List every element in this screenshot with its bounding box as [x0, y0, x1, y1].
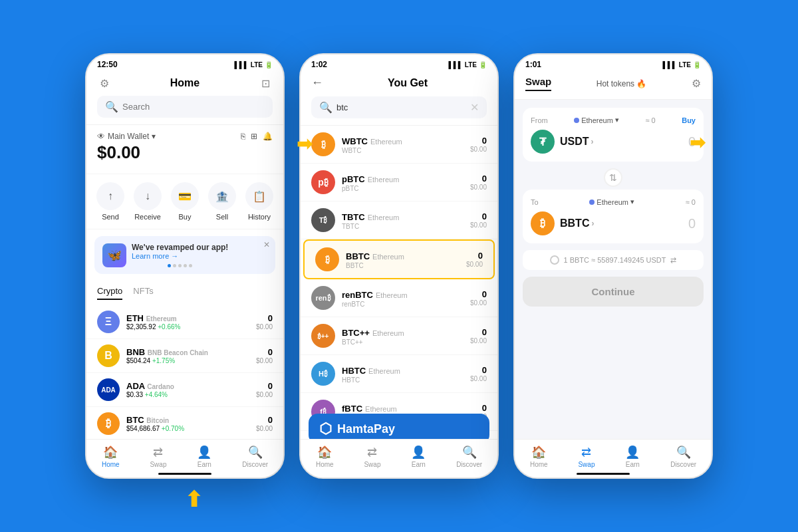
- tbtc-name: TBTC: [342, 212, 365, 222]
- swap-tab[interactable]: Swap: [525, 76, 551, 91]
- receive-button[interactable]: ↓ Receive: [134, 182, 162, 221]
- from-token-row: ₮ USDT › 0: [531, 130, 696, 154]
- nav-swap-3[interactable]: ⇄ Swap: [578, 445, 595, 468]
- time-1: 12:50: [97, 60, 118, 69]
- tab-nfts[interactable]: NFTs: [133, 286, 153, 300]
- hbtc-balance: 0 $0.00: [470, 365, 487, 382]
- settings-icon[interactable]: ⚙: [97, 76, 112, 90]
- to-chain-badge[interactable]: Ethereum ▾: [589, 198, 634, 206]
- history-button[interactable]: 📋 History: [245, 182, 273, 221]
- discover-nav-icon-2: 🔍: [462, 445, 477, 460]
- earn-nav-icon-2: 👤: [411, 445, 426, 460]
- wbtc-name: WBTC: [342, 136, 368, 146]
- earn-nav-label-1: Earn: [198, 461, 211, 468]
- swap-rate: 1 BBTC ≈ 55897.149245 USDT ⇄: [523, 250, 704, 270]
- from-chain-badge[interactable]: Ethereum ▾: [574, 116, 619, 124]
- to-label: To: [531, 198, 539, 206]
- swap-nav-label-1: Swap: [150, 461, 166, 468]
- renbtc-info: renBTCEthereum renBTC: [342, 289, 464, 308]
- nav-earn-3[interactable]: 👤 Earn: [625, 445, 640, 468]
- token-btcpp[interactable]: ₿++ BTC++Ethereum BTC++ 0 $0.00: [301, 317, 497, 355]
- eth-icon: Ξ: [97, 311, 120, 333]
- nav-earn-1[interactable]: 👤 Earn: [197, 445, 211, 468]
- copy-icon[interactable]: ⎘: [241, 132, 245, 141]
- to-amount[interactable]: 0: [688, 216, 696, 231]
- swap-settings-icon[interactable]: ⚙: [692, 77, 701, 90]
- swap-direction-button[interactable]: ⇅: [604, 168, 622, 187]
- hot-tokens-button[interactable]: Hot tokens 🔥: [597, 79, 647, 88]
- token-pbtc[interactable]: p₿ pBTCEthereum pBTC 0 $0.00: [301, 164, 497, 201]
- search-icon-2: 🔍: [319, 101, 332, 114]
- home-body: 👁 Main Wallet ▾ ⎘ ⊞ 🔔 $0.00 ↑ Send: [86, 125, 283, 455]
- status-icons-2: ▌▌▌ LTE 🔋: [449, 61, 487, 68]
- asset-item-eth[interactable]: Ξ ETH Ethereum $2,305.92 +0.66% 0 $0.00: [86, 305, 283, 339]
- nav-home-2[interactable]: 🏠 Home: [316, 445, 334, 468]
- continue-button[interactable]: Continue: [523, 277, 704, 307]
- to-token-name[interactable]: BBTC ›: [560, 217, 594, 229]
- eth-info: ETH Ethereum $2,305.92 +0.66%: [126, 313, 249, 331]
- buy-button[interactable]: 💳 Buy: [171, 182, 199, 221]
- nav-indicator-1: [158, 473, 211, 475]
- dot-1: [168, 264, 171, 267]
- wbtc-chain: Ethereum: [370, 138, 402, 146]
- banner-link[interactable]: Learn more →: [132, 252, 228, 260]
- bottom-nav-3: 🏠 Home ⇄ Swap 👤 Earn 🔍 Discover: [515, 439, 712, 477]
- token-search[interactable]: 🔍 ✕: [311, 96, 487, 118]
- to-card: To Ethereum ▾ ≈ 0 ₿ BBTC › 0: [523, 190, 704, 243]
- send-button[interactable]: ↑ Send: [96, 182, 124, 221]
- nav-discover-3[interactable]: 🔍 Discover: [670, 445, 696, 468]
- nav-discover-1[interactable]: 🔍 Discover: [242, 445, 268, 468]
- clear-search-button[interactable]: ✕: [470, 101, 479, 114]
- eth-chain-dot: [574, 118, 579, 123]
- buy-link[interactable]: Buy: [682, 116, 696, 124]
- to-token-row: ₿ BBTC › 0: [531, 211, 696, 235]
- search-input[interactable]: [122, 102, 265, 112]
- from-token-name[interactable]: USDT ›: [560, 136, 594, 148]
- asset-item-btc[interactable]: ₿ BTC Bitcoin $54,686.67 +0.70% 0 $0.00: [86, 407, 283, 441]
- nav-discover-2[interactable]: 🔍 Discover: [456, 445, 482, 468]
- home-nav-label-1: Home: [102, 461, 120, 468]
- status-bar-1: 12:50 ▌▌▌ LTE 🔋: [86, 55, 283, 72]
- back-button[interactable]: ←: [311, 76, 323, 90]
- buy-label: Buy: [179, 213, 192, 221]
- btcpp-name: BTC++: [342, 328, 370, 338]
- renbtc-name: renBTC: [342, 290, 373, 300]
- nav-home-3[interactable]: 🏠 Home: [530, 445, 548, 468]
- history-icon: 📋: [245, 182, 273, 210]
- asset-item-ada[interactable]: ADA ADA Cardano $0.33 +4.64% 0 $0.00: [86, 373, 283, 407]
- tbtc-sub: TBTC: [342, 223, 464, 230]
- qr-icon[interactable]: ⊞: [251, 132, 257, 141]
- token-renbtc[interactable]: ren₿ renBTCEthereum renBTC 0 $0.00: [301, 279, 497, 317]
- token-bbtc[interactable]: ₿ BBTCEthereum BBTC 0 $0.00: [303, 239, 495, 279]
- search-icon: 🔍: [105, 100, 118, 113]
- swap-nav-icon-1: ⇄: [153, 445, 163, 460]
- bell-icon[interactable]: 🔔: [263, 132, 273, 141]
- search-bar[interactable]: 🔍: [97, 96, 273, 118]
- token-search-input[interactable]: [336, 102, 466, 112]
- tab-crypto[interactable]: Crypto: [97, 286, 122, 300]
- banner-close-button[interactable]: ✕: [263, 240, 270, 249]
- sell-button[interactable]: 🏦 Sell: [208, 182, 236, 221]
- ada-balance: 0 $0.00: [256, 381, 273, 398]
- swap-nav-icon-2: ⇄: [367, 445, 377, 460]
- pbtc-icon: p₿: [311, 170, 335, 194]
- swap-body: From Ethereum ▾ ≈ 0 Buy ₮ USDT › 0: [515, 100, 712, 436]
- eth-price: $2,305.92: [126, 323, 156, 331]
- token-tbtc[interactable]: T₿ TBTCEthereum TBTC 0 $0.00: [301, 201, 497, 239]
- nav-home-1[interactable]: 🏠 Home: [102, 445, 120, 468]
- asset-item-bnb[interactable]: B BNB BNB Beacon Chain $504.24 +1.75% 0 …: [86, 339, 283, 373]
- scan-icon[interactable]: ⊡: [258, 76, 273, 90]
- nav-earn-2[interactable]: 👤 Earn: [411, 445, 426, 468]
- earn-nav-icon-3: 👤: [625, 445, 640, 460]
- token-wbtc[interactable]: ₿ WBTCEthereum WBTC 0 $0.00: [301, 126, 497, 164]
- battery-icon-1: 🔋: [265, 61, 273, 68]
- nav-swap-1[interactable]: ⇄ Swap: [150, 445, 166, 468]
- renbtc-chain: Ethereum: [376, 291, 408, 299]
- renbtc-icon: ren₿: [311, 286, 335, 310]
- rate-refresh-icon: ⇄: [670, 256, 676, 265]
- bottom-nav-2: 🏠 Home ⇄ Swap 👤 Earn 🔍 Discover: [301, 439, 497, 477]
- nav-swap-2[interactable]: ⇄ Swap: [364, 445, 380, 468]
- btc-info: BTC Bitcoin $54,686.67 +0.70%: [126, 415, 249, 432]
- sell-label: Sell: [216, 213, 228, 221]
- token-hbtc[interactable]: H₿ HBTCEthereum HBTC 0 $0.00: [301, 355, 497, 393]
